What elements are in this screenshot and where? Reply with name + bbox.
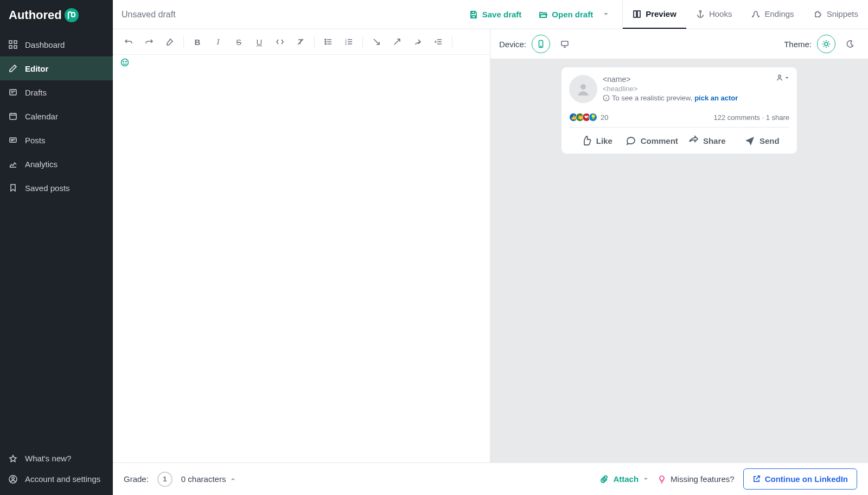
svg-point-12	[699, 10, 701, 12]
clear-format-icon	[296, 37, 305, 46]
clear-format-button[interactable]	[292, 34, 309, 50]
logo: Authored	[0, 0, 113, 33]
strikethrough-icon: S	[236, 37, 241, 47]
missing-features-button[interactable]: Missing features?	[658, 474, 735, 484]
continue-linkedin-label: Continue on LinkedIn	[765, 474, 848, 484]
svg-rect-24	[561, 41, 568, 46]
save-draft-label: Save draft	[482, 10, 522, 19]
underline-button[interactable]: U	[251, 34, 267, 50]
theme-dark-button[interactable]	[841, 35, 859, 53]
italic-button[interactable]: I	[210, 34, 226, 50]
svg-rect-5	[10, 90, 16, 95]
redo-button[interactable]	[141, 34, 157, 50]
anchor-icon	[696, 10, 705, 18]
bullet-list-button[interactable]	[320, 34, 336, 50]
attach-button[interactable]: Attach	[600, 474, 649, 484]
bold-button[interactable]: B	[189, 34, 206, 50]
post-actor-dropdown[interactable]	[776, 74, 789, 81]
arrow-right-up-button[interactable]	[389, 34, 405, 50]
code-button[interactable]	[272, 34, 288, 50]
sidebar-item-editor[interactable]: Editor	[0, 56, 113, 80]
post-like-button[interactable]: Like	[569, 128, 624, 154]
chevron-up-icon	[230, 476, 236, 482]
avatar-placeholder-icon	[576, 81, 591, 97]
char-count[interactable]: 0 characters	[181, 474, 237, 484]
engagement-text: 122 comments · 1 share	[714, 113, 789, 122]
user-icon	[8, 475, 18, 484]
svg-point-25	[825, 42, 828, 46]
post-send-button[interactable]: Send	[735, 128, 790, 154]
comment-icon	[626, 135, 636, 146]
sidebar-item-whats-new[interactable]: What's new?	[0, 448, 113, 469]
device-mobile-button[interactable]	[532, 35, 550, 53]
device-desktop-button[interactable]	[556, 35, 574, 53]
moon-icon	[846, 40, 854, 48]
save-draft-button[interactable]: Save draft	[464, 7, 527, 22]
pick-actor-link[interactable]: pick an actor	[694, 94, 738, 102]
sidebar-item-account-settings[interactable]: Account and settings	[0, 469, 113, 490]
post-action-label: Send	[760, 136, 780, 145]
emoji-button[interactable]	[113, 55, 490, 76]
outdent-button[interactable]	[430, 34, 446, 50]
arrow-right-down-button[interactable]	[368, 34, 385, 50]
sidebar-item-drafts[interactable]: Drafts	[0, 80, 113, 104]
italic-icon: I	[217, 37, 220, 47]
reaction-insightful-icon: 💡	[589, 113, 597, 122]
main: Unsaved draft Save draft Open draft Prev	[113, 0, 868, 495]
code-icon	[276, 37, 284, 46]
tab-endings[interactable]: Endings	[742, 0, 803, 29]
logo-text: Authored	[9, 8, 62, 22]
redo-icon	[145, 37, 154, 46]
sidebar-item-dashboard[interactable]: Dashboard	[0, 33, 113, 56]
sidebar-item-analytics[interactable]: Analytics	[0, 152, 113, 176]
chevron-down-icon	[784, 75, 789, 80]
avatar	[569, 75, 597, 103]
continue-linkedin-button[interactable]: Continue on LinkedIn	[743, 468, 857, 490]
arrow-rd-icon	[372, 37, 381, 46]
svg-point-20	[123, 61, 124, 62]
svg-point-13	[325, 39, 326, 40]
toolbar-separator	[183, 36, 184, 47]
tab-preview[interactable]: Preview	[623, 0, 686, 29]
undo-button[interactable]	[120, 34, 137, 50]
sidebar-item-saved-posts[interactable]: Saved posts	[0, 176, 113, 200]
emoji-icon	[120, 58, 129, 67]
theme-light-button[interactable]	[817, 35, 835, 53]
post-comment-button[interactable]: Comment	[624, 128, 680, 154]
svg-point-21	[126, 61, 126, 62]
editor-body[interactable]	[113, 76, 490, 462]
sidebar-item-label: Dashboard	[25, 40, 65, 49]
post-action-label: Share	[703, 136, 726, 145]
logo-icon	[64, 8, 79, 23]
person-icon	[776, 74, 783, 81]
svg-rect-11	[637, 11, 640, 17]
sidebar-item-label: Drafts	[25, 88, 47, 97]
open-draft-label: Open draft	[552, 10, 593, 19]
erase-button[interactable]	[162, 34, 178, 50]
strikethrough-button[interactable]: S	[231, 34, 247, 50]
mobile-icon	[537, 40, 545, 48]
reactions: 👍 👏 ❤ 💡 20	[569, 113, 608, 122]
puzzle-icon	[814, 10, 822, 18]
open-draft-button[interactable]: Open draft	[533, 7, 598, 22]
sidebar-item-posts[interactable]: Posts	[0, 128, 113, 152]
arrow-next-button[interactable]	[410, 34, 426, 50]
drafts-icon	[8, 88, 18, 97]
svg-point-15	[325, 43, 326, 45]
chevron-down-icon	[643, 476, 649, 482]
tab-snippets[interactable]: Snippets	[804, 0, 868, 29]
preview-icon	[633, 10, 641, 18]
calendar-icon	[8, 112, 18, 120]
post-action-label: Comment	[641, 136, 678, 145]
tab-hooks[interactable]: Hooks	[686, 0, 742, 29]
svg-rect-4	[14, 46, 17, 48]
numbered-list-button[interactable]: 123	[341, 34, 357, 50]
sidebar-item-calendar[interactable]: Calendar	[0, 104, 113, 128]
toolbar-separator	[314, 36, 315, 47]
svg-point-28	[778, 75, 781, 77]
post-share-button[interactable]: Share	[679, 128, 735, 154]
open-draft-dropdown[interactable]	[598, 8, 614, 21]
svg-rect-7	[10, 138, 16, 142]
sidebar: Authored Dashboard Editor	[0, 0, 113, 495]
send-icon	[744, 135, 755, 146]
